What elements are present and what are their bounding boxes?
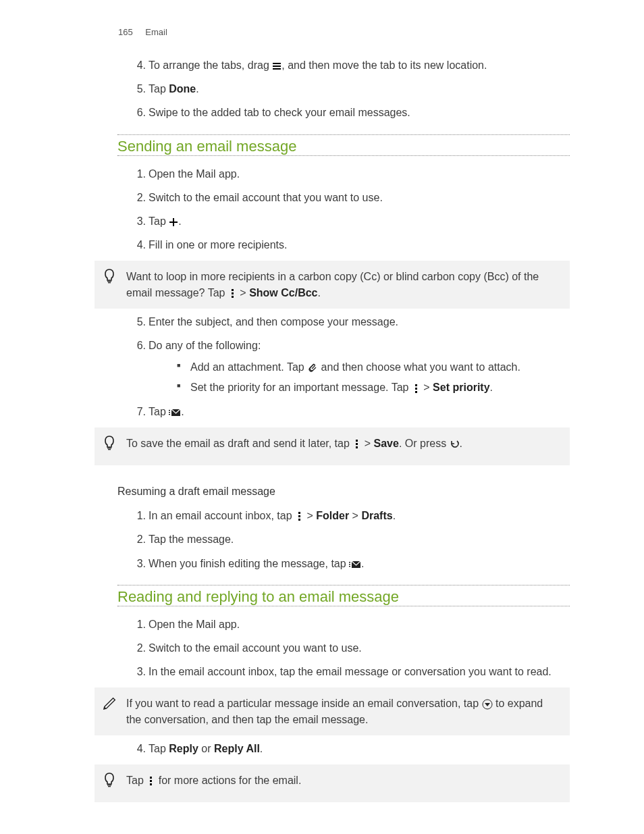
overflow-menu-icon <box>352 439 361 449</box>
step-item: 4. Tap Reply or Reply All. <box>149 741 570 756</box>
section-title-sending: Sending an email message <box>117 134 570 156</box>
pencil-icon <box>103 696 117 710</box>
step-item: 2.Switch to the email account that you w… <box>149 190 570 205</box>
step-item: 1. In an email account inbox, tap > Fold… <box>149 508 570 523</box>
bulb-icon <box>103 773 116 790</box>
step-item: 1.Open the Mail app. <box>149 617 570 632</box>
sec2-steps-b: 4. Tap Reply or Reply All. <box>95 741 570 756</box>
step-item: 7. Tap . <box>149 404 570 419</box>
step-item: 2.Switch to the email account you want t… <box>149 640 570 656</box>
subheading-resuming: Resuming a draft email message <box>117 486 570 498</box>
note-expand-conversation: If you want to read a particular message… <box>95 687 570 735</box>
step-item: 6.Do any of the following: Add an attach… <box>149 338 570 396</box>
attachment-icon <box>307 362 318 373</box>
overflow-menu-icon <box>295 511 304 521</box>
overflow-menu-icon <box>228 288 237 298</box>
sub-list: Add an attachment. Tap and then choose w… <box>149 360 570 396</box>
page-number: 165 <box>118 27 133 37</box>
expand-icon <box>482 699 493 710</box>
step-item: 3. When you finish editing the message, … <box>149 556 570 571</box>
step-item: 4.Fill in one or more recipients. <box>149 237 570 253</box>
intro-steps: 4. To arrange the tabs, drag , and then … <box>95 57 570 121</box>
sec1-steps-c: 1. In an email account inbox, tap > Fold… <box>95 508 570 571</box>
step-item: 5.Enter the subject, and then compose yo… <box>149 314 570 330</box>
plus-icon <box>169 217 178 227</box>
step-item: 5. Tap Done. <box>149 81 570 97</box>
step-item: 3.In the email account inbox, tap the em… <box>149 664 570 679</box>
tip-save-draft: To save the email as draft and send it l… <box>95 427 570 465</box>
tip-cc-bcc: Want to loop in more recipients in a car… <box>95 261 570 308</box>
bulb-icon <box>103 436 116 453</box>
overflow-menu-icon <box>146 776 155 786</box>
sec2-steps-a: 1.Open the Mail app. 2.Switch to the ema… <box>95 617 570 680</box>
sub-item: Add an attachment. Tap and then choose w… <box>177 360 570 375</box>
overflow-menu-icon <box>412 384 421 394</box>
section-title-reading: Reading and replying to an email message <box>117 585 570 606</box>
bulb-icon <box>103 269 116 286</box>
menu-icon <box>272 61 281 71</box>
sec1-steps-b: 5.Enter the subject, and then compose yo… <box>95 314 570 419</box>
send-icon <box>169 407 181 417</box>
step-item: 6. Swipe to the added tab to check your … <box>149 105 570 120</box>
step-item: 1.Open the Mail app. <box>149 166 570 182</box>
sub-item: Set the priority for an important messag… <box>177 380 570 395</box>
step-item: 4. To arrange the tabs, drag , and then … <box>149 57 570 73</box>
send-icon <box>349 559 361 569</box>
tip-more-actions: Tap for more actions for the email. <box>95 764 570 802</box>
back-icon <box>450 439 460 449</box>
sec1-steps-a: 1.Open the Mail app. 2.Switch to the ema… <box>95 166 570 253</box>
step-item: 2.Tap the message. <box>149 531 570 547</box>
page-header: 165 Email <box>95 27 570 37</box>
step-item: 3. Tap . <box>149 213 570 229</box>
header-section: Email <box>145 27 167 37</box>
